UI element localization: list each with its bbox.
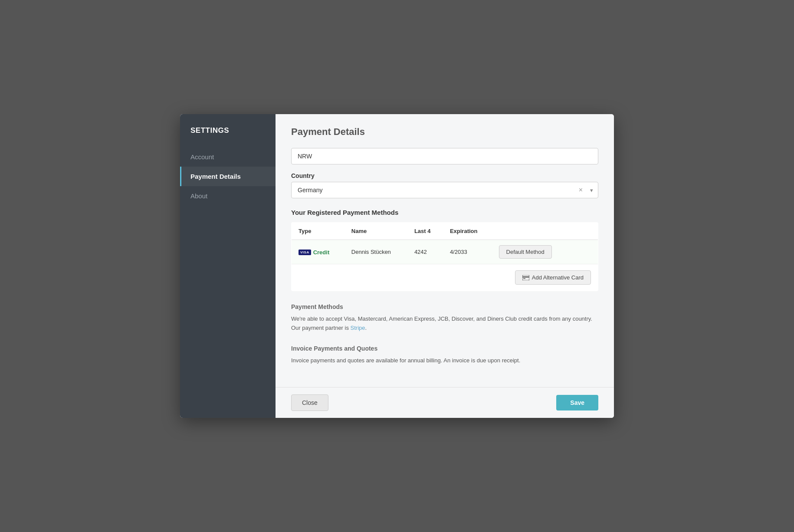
table-row: VISA Credit Dennis Stücken 4242 4/2033 D… [292, 240, 598, 264]
empty-expiry [443, 264, 492, 291]
payment-methods-table: Type Name Last 4 Expiration VISA Credit [291, 222, 598, 291]
invoice-payments-text: Invoice payments and quotes are availabl… [291, 356, 598, 365]
close-button[interactable]: Close [291, 394, 328, 411]
country-form-group: Country × ▾ [291, 172, 598, 198]
sidebar: SETTINGS Account Payment Details About [180, 114, 276, 418]
empty-last4 [407, 264, 443, 291]
table-row-empty: Add Alternative Card [292, 264, 598, 291]
expiry-cell: 4/2033 [443, 240, 492, 264]
state-form-group [291, 148, 598, 164]
empty-type [292, 264, 345, 291]
modal-footer: Close Save [276, 387, 614, 418]
col-last4: Last 4 [407, 223, 443, 240]
svg-rect-2 [523, 278, 525, 279]
payment-methods-text-before: We're able to accept Visa, Mastercard, A… [291, 315, 592, 331]
invoice-payments-info: Invoice Payments and Quotes Invoice paym… [291, 345, 598, 365]
table-header-row: Type Name Last 4 Expiration [292, 223, 598, 240]
sidebar-item-payment-details[interactable]: Payment Details [180, 167, 276, 186]
state-input[interactable] [291, 148, 598, 164]
settings-modal: SETTINGS Account Payment Details About P… [180, 114, 614, 418]
svg-rect-0 [522, 275, 529, 280]
svg-rect-1 [522, 276, 529, 278]
card-icon [522, 275, 529, 280]
country-label: Country [291, 172, 598, 179]
name-cell: Dennis Stücken [345, 240, 407, 264]
payment-methods-section-title: Your Registered Payment Methods [291, 209, 598, 216]
credit-badge: VISA Credit [299, 249, 329, 256]
payment-methods-info-title: Payment Methods [291, 303, 598, 310]
country-input[interactable] [291, 182, 598, 198]
col-expiration: Expiration [443, 223, 492, 240]
credit-label: Credit [313, 249, 330, 256]
default-method-button[interactable]: Default Method [499, 245, 552, 259]
payment-methods-info: Payment Methods We're able to accept Vis… [291, 303, 598, 333]
add-alternative-card-button[interactable]: Add Alternative Card [515, 270, 591, 285]
country-dropdown-icon[interactable]: ▾ [590, 187, 593, 194]
add-card-label: Add Alternative Card [532, 274, 584, 281]
page-title: Payment Details [291, 126, 598, 138]
country-select-wrapper: × ▾ [291, 182, 598, 198]
payment-methods-text-after: . [365, 325, 367, 331]
default-method-cell: Default Method [492, 240, 598, 264]
country-clear-icon[interactable]: × [579, 186, 583, 194]
stripe-link[interactable]: Stripe [351, 325, 365, 331]
payment-methods-info-text: We're able to accept Visa, Mastercard, A… [291, 315, 598, 333]
type-cell: VISA Credit [292, 240, 345, 264]
sidebar-item-label-payment: Payment Details [190, 173, 241, 180]
main-content: Payment Details Country × ▾ Your Registe… [276, 114, 614, 418]
col-type: Type [292, 223, 345, 240]
sidebar-item-about[interactable]: About [180, 186, 276, 206]
sidebar-title: SETTINGS [180, 126, 276, 147]
sidebar-item-label-about: About [190, 192, 207, 200]
invoice-payments-title: Invoice Payments and Quotes [291, 345, 598, 352]
empty-name [345, 264, 407, 291]
save-button[interactable]: Save [556, 395, 598, 410]
content-scroll: Payment Details Country × ▾ Your Registe… [276, 114, 614, 387]
col-action [492, 223, 598, 240]
add-card-cell: Add Alternative Card [492, 264, 598, 291]
last4-cell: 4242 [407, 240, 443, 264]
sidebar-item-account[interactable]: Account [180, 147, 276, 167]
visa-icon: VISA [299, 250, 311, 255]
sidebar-item-label-account: Account [190, 153, 214, 161]
col-name: Name [345, 223, 407, 240]
